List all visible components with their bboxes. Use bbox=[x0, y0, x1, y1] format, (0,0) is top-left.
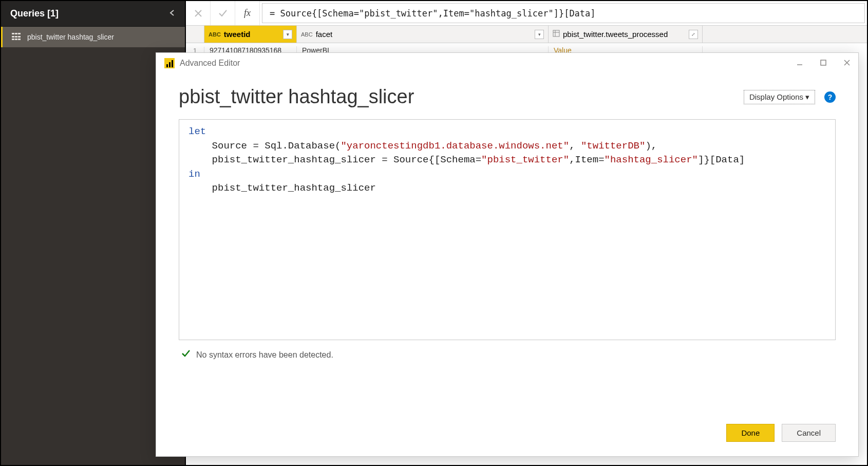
column-expand-button[interactable]: ⤢ bbox=[689, 30, 698, 39]
fx-label[interactable]: fx bbox=[235, 1, 260, 25]
svg-rect-0 bbox=[553, 30, 559, 36]
formula-bar: fx = Source{[Schema="pbist_twitter",Item… bbox=[186, 1, 867, 26]
powerbi-logo-icon bbox=[164, 58, 175, 68]
query-item-hashtag-slicer[interactable]: pbist_twitter hashtag_slicer bbox=[1, 27, 185, 47]
modal-title: Advanced Editor bbox=[180, 59, 240, 68]
column-header-tweets-processed[interactable]: pbist_twitter.tweets_processed ⤢ bbox=[549, 26, 703, 43]
column-filter-dropdown[interactable]: ▾ bbox=[283, 30, 292, 39]
chevron-down-icon: ▾ bbox=[805, 92, 809, 102]
advanced-editor-modal: Advanced Editor pbist_twitter hashtag_sl… bbox=[156, 52, 859, 457]
queries-title: Queries [1] bbox=[10, 8, 59, 19]
column-filter-dropdown[interactable]: ▾ bbox=[535, 30, 544, 39]
cancel-button[interactable]: Cancel bbox=[782, 424, 836, 442]
column-header-tweetid[interactable]: ABC tweetid ▾ bbox=[204, 26, 297, 43]
display-options-dropdown[interactable]: Display Options ▾ bbox=[744, 90, 815, 104]
check-icon bbox=[181, 348, 191, 361]
svg-rect-4 bbox=[821, 60, 826, 65]
column-header-facet[interactable]: ABC facet ▾ bbox=[297, 26, 549, 43]
help-button[interactable]: ? bbox=[824, 91, 836, 103]
table-expand-icon bbox=[553, 30, 560, 39]
grid-corner[interactable] bbox=[186, 26, 204, 43]
main-area: fx = Source{[Schema="pbist_twitter",Item… bbox=[186, 1, 867, 465]
formula-accept-button[interactable] bbox=[211, 1, 235, 25]
table-icon bbox=[12, 33, 21, 41]
column-name: pbist_twitter.tweets_processed bbox=[563, 30, 689, 39]
sidebar-header: Queries [1] bbox=[1, 1, 185, 27]
column-name: facet bbox=[316, 30, 535, 39]
column-name: tweetid bbox=[224, 30, 283, 39]
formula-cancel-button[interactable] bbox=[186, 1, 211, 25]
modal-titlebar: Advanced Editor bbox=[156, 53, 858, 73]
modal-footer: Done Cancel bbox=[156, 416, 858, 456]
grid-header: ABC tweetid ▾ ABC facet ▾ pbist_twitter.… bbox=[186, 26, 867, 43]
m-code-editor[interactable]: let Source = Sql.Database("yaronctesting… bbox=[179, 119, 836, 340]
editor-heading: pbist_twitter hashtag_slicer bbox=[179, 86, 414, 108]
done-button[interactable]: Done bbox=[726, 424, 775, 442]
window-maximize-button[interactable] bbox=[820, 59, 826, 67]
formula-input[interactable]: = Source{[Schema="pbist_twitter",Item="h… bbox=[262, 3, 865, 23]
type-icon-text: ABC bbox=[301, 31, 313, 38]
query-item-label: pbist_twitter hashtag_slicer bbox=[27, 33, 114, 41]
type-icon-text: ABC bbox=[209, 31, 221, 38]
collapse-sidebar-button[interactable] bbox=[168, 9, 176, 18]
syntax-status: No syntax errors have been detected. bbox=[179, 340, 836, 369]
window-close-button[interactable] bbox=[844, 59, 850, 67]
status-text: No syntax errors have been detected. bbox=[196, 350, 333, 360]
window-minimize-button[interactable] bbox=[797, 59, 803, 67]
